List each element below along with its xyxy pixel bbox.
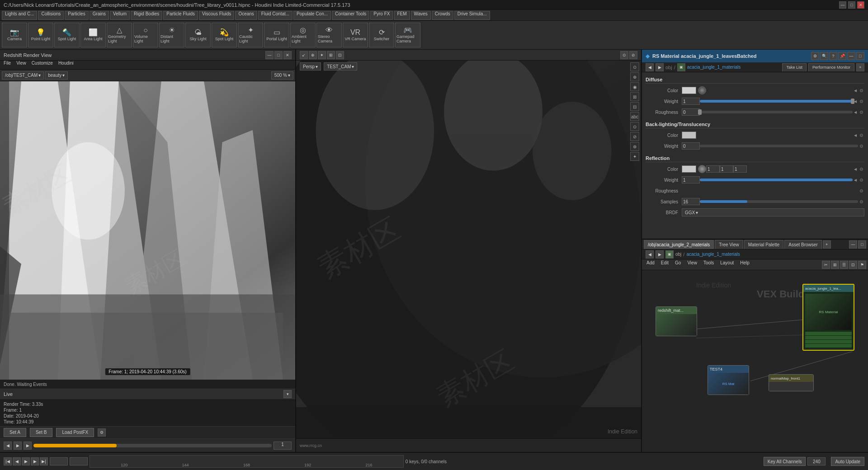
tab-populate-con[interactable]: Populate Con... — [293, 11, 331, 20]
menu-houdini[interactable]: Houdini — [57, 61, 75, 70]
side-icon-5[interactable]: ⊟ — [630, 102, 639, 111]
tab-particle-fluids[interactable]: Particle Fluids — [163, 11, 198, 20]
gamepad-camera-button[interactable]: 🎮 Gamepad Camera — [395, 23, 420, 47]
ambient-light-button[interactable]: ◎ Ambient Light — [290, 23, 316, 47]
node-tab-asset-browser[interactable]: Asset Browser — [784, 240, 821, 249]
backlighting-color-arrow[interactable]: ◀ — [853, 132, 858, 138]
reflection-color-swatch[interactable] — [682, 165, 696, 173]
reflection-weight-arrow[interactable]: ◀ — [853, 177, 858, 183]
menu-file[interactable]: File — [2, 61, 13, 70]
node-tab-material-palette[interactable]: Material Palette — [744, 240, 783, 249]
redshift-material-node[interactable]: redshift_mat... — [656, 306, 697, 336]
reflection-roughness-gear[interactable]: ⚙ — [858, 188, 864, 194]
side-icon-4[interactable]: ⊞ — [630, 92, 639, 101]
node-menu-layout[interactable]: Layout — [717, 260, 736, 269]
geometry-light-button[interactable]: △ Geometry Light — [107, 23, 132, 47]
diffuse-weight-input[interactable] — [682, 98, 700, 105]
diffuse-roughness-arrow[interactable]: ◀ — [853, 109, 858, 115]
backlighting-weight-slider[interactable] — [700, 145, 858, 147]
beauty-selector[interactable]: beauty ▾ — [45, 71, 68, 80]
tab-viscous-fluids[interactable]: Viscous Fluids — [199, 11, 234, 20]
node-tab-tree-view[interactable]: Tree View — [715, 240, 743, 249]
material-search-btn[interactable]: 🔍 — [820, 52, 828, 60]
reflection-color-gear[interactable]: ⚙ — [858, 166, 864, 172]
tl-play-btn[interactable]: ▶ — [14, 442, 22, 450]
current-frame-input[interactable]: 1 — [50, 457, 68, 465]
viewport-tool1[interactable]: ↙ — [300, 51, 308, 59]
normalmap-node[interactable]: normalMap_front1 — [769, 374, 814, 391]
node-obj-icon[interactable]: ▣ — [665, 250, 674, 258]
backlighting-color-swatch[interactable] — [682, 132, 696, 139]
brdf-dropdown[interactable]: GGX ▾ — [682, 208, 864, 216]
tab-drive-simula[interactable]: Drive Simula... — [454, 11, 490, 20]
diffuse-color-picker[interactable] — [698, 86, 706, 94]
tl-next-frame-btn[interactable]: ▶ — [31, 457, 39, 465]
material-pin-btn[interactable]: 📌 — [838, 52, 846, 60]
tab-pyro-fx[interactable]: Pyro FX — [370, 11, 393, 20]
spot-light-button[interactable]: 🔦 Spot Light — [54, 23, 80, 47]
path-forward-btn[interactable]: ▶ — [656, 63, 664, 71]
minimize-button[interactable]: — — [839, 1, 846, 9]
obj-icon[interactable]: ▣ — [677, 63, 685, 71]
node-tool-grid[interactable]: ⊞ — [831, 261, 839, 269]
node-tool-cut[interactable]: ✂ — [822, 261, 830, 269]
camera-dropdown[interactable]: TEST_CAM ▾ — [324, 62, 357, 70]
side-icon-10[interactable]: ✦ — [630, 152, 639, 161]
node-menu-edit[interactable]: Edit — [658, 260, 671, 269]
reflection-samples-gear[interactable]: ⚙ — [858, 198, 864, 205]
viewport-icon2[interactable]: ⊘ — [629, 51, 637, 59]
tl-start-btn[interactable]: |◀ — [4, 457, 12, 465]
diffuse-color-swatch[interactable] — [682, 87, 696, 94]
diffuse-roughness-gear[interactable]: ⚙ — [858, 109, 864, 115]
node-add-pane[interactable]: + — [823, 240, 831, 249]
diffuse-color-arrow[interactable]: ◀ — [853, 87, 858, 94]
tab-fluid-contat[interactable]: Fluid Contat... — [258, 11, 292, 20]
point-light-button[interactable]: 💡 Point Light — [28, 23, 53, 47]
material-path[interactable]: acacia_jungle_1_materials — [687, 65, 741, 70]
tab-particles[interactable]: Particles — [65, 11, 88, 20]
node-menu-go[interactable]: Go — [672, 260, 684, 269]
node-menu-tools[interactable]: Tools — [701, 260, 717, 269]
tl-prev-btn[interactable]: ◀ — [4, 442, 12, 450]
reflection-color-r[interactable] — [706, 165, 720, 173]
camera-button[interactable]: 📷 Camera — [2, 23, 27, 47]
key-all-channels-button[interactable]: Key All Channels — [764, 457, 806, 466]
diffuse-roughness-slider[interactable] — [700, 111, 853, 113]
node-back-btn[interactable]: ◀ — [646, 250, 654, 258]
distant-light-button[interactable]: ☀ Distant Light — [159, 23, 184, 47]
close-button[interactable]: ✕ — [857, 1, 864, 9]
camera-selector[interactable]: /obj/TEST_CAM ▾ — [2, 71, 44, 80]
area-light-button[interactable]: ⬜ Area Light — [80, 23, 106, 47]
add-pane-btn[interactable]: + — [856, 63, 864, 71]
live-options-btn[interactable]: ▾ — [283, 390, 292, 398]
frame-display[interactable]: 1 — [274, 442, 292, 450]
node-menu-view[interactable]: View — [684, 260, 700, 269]
node-panel-max[interactable]: □ — [858, 240, 866, 249]
load-postfx-button[interactable]: Load PostFX — [56, 428, 94, 437]
tab-grains[interactable]: Grains — [90, 11, 109, 20]
node-menu-add[interactable]: Add — [644, 260, 657, 269]
zoom-selector[interactable]: 500 % ▾ — [271, 71, 293, 80]
viewport-tool3[interactable]: ✦ — [318, 51, 326, 59]
path-back-btn[interactable]: ◀ — [646, 63, 654, 71]
side-icon-7[interactable]: ⊙ — [630, 122, 639, 131]
caustic-light-button[interactable]: ✦ Caustic Light — [238, 23, 263, 47]
tab-rigid-bodies[interactable]: Rigid Bodies — [131, 11, 162, 20]
node-tool-flag[interactable]: ⚑ — [858, 261, 866, 269]
node-path-material[interactable]: acacia_jungle_1_materials — [686, 252, 740, 257]
vr-camera-button[interactable]: VR VR Camera — [343, 23, 368, 47]
timeline-progress[interactable] — [33, 444, 272, 447]
take-list-tab[interactable]: Take List — [782, 63, 807, 71]
set-a-button[interactable]: Set A — [4, 428, 26, 437]
viewport-tool2[interactable]: ⊕ — [309, 51, 317, 59]
reflection-color-b[interactable] — [733, 165, 747, 173]
redshift-minimize-btn[interactable]: — — [265, 51, 274, 59]
material-max-btn[interactable]: □ — [856, 52, 864, 60]
end-frame-input[interactable] — [807, 457, 826, 465]
tab-waves[interactable]: Waves — [411, 11, 431, 20]
timeline-ruler[interactable]: 120 144 168 192 216 — [90, 455, 404, 468]
material-gear-btn[interactable]: ⚙ — [811, 52, 819, 60]
tl-next-btn[interactable]: ▶ — [24, 442, 32, 450]
live-gear-btn[interactable]: ⚙ — [98, 428, 106, 437]
tab-vellum[interactable]: Vellum — [110, 11, 130, 20]
